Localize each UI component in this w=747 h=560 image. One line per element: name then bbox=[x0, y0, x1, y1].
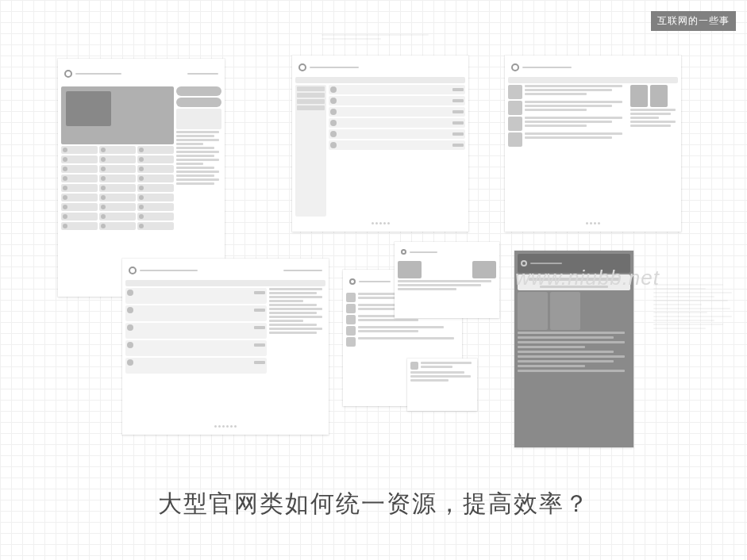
pagination bbox=[508, 218, 678, 228]
rank-row bbox=[176, 135, 214, 137]
nav-links bbox=[187, 73, 218, 75]
brand-label bbox=[310, 67, 359, 68]
list-row bbox=[346, 337, 459, 347]
card-photo bbox=[398, 261, 422, 278]
rank-row bbox=[176, 155, 214, 157]
nav-item bbox=[297, 86, 325, 91]
mock-header bbox=[125, 262, 325, 278]
slide-headline: 大型官网类如何统一资源，提高效率？ bbox=[0, 488, 747, 520]
rank-row bbox=[176, 175, 214, 177]
headline-text: 大型官网类如何统一资源，提高效率？ bbox=[158, 490, 590, 516]
thumb-icon bbox=[508, 101, 522, 115]
app-tile bbox=[137, 222, 174, 230]
side-nav bbox=[295, 85, 326, 217]
mock-header bbox=[398, 245, 496, 259]
nav-item bbox=[297, 105, 325, 110]
faint-background-mock-top bbox=[322, 32, 441, 42]
small-popup-mockup bbox=[407, 359, 477, 411]
logo-icon bbox=[129, 267, 137, 274]
app-tile bbox=[61, 213, 98, 221]
brand-label bbox=[522, 67, 572, 68]
logo-icon bbox=[64, 70, 72, 78]
rank-row bbox=[176, 182, 214, 185]
tab-bar bbox=[125, 280, 325, 286]
app-tile bbox=[61, 146, 98, 154]
rank-row bbox=[176, 143, 203, 145]
app-tile bbox=[99, 175, 136, 182]
nav-links bbox=[283, 270, 322, 271]
logo-icon bbox=[298, 63, 306, 71]
dark-detail-mockup bbox=[514, 251, 633, 447]
thumb-icon bbox=[508, 117, 522, 131]
logo-icon bbox=[511, 63, 519, 71]
faint-background-mock bbox=[653, 282, 741, 332]
brand-label bbox=[359, 281, 391, 282]
app-tile bbox=[137, 184, 174, 192]
product-photo bbox=[518, 292, 548, 330]
app-tile bbox=[99, 155, 136, 163]
rank-row bbox=[176, 163, 203, 165]
thumb-icon bbox=[508, 85, 522, 99]
nav-item bbox=[297, 93, 325, 98]
app-icon-grid bbox=[61, 146, 174, 230]
mini-card-mockup bbox=[395, 242, 499, 318]
app-tile bbox=[99, 203, 136, 211]
list-item bbox=[329, 107, 465, 117]
rank-row bbox=[176, 167, 214, 169]
rank-row bbox=[176, 151, 219, 153]
list-item bbox=[125, 358, 267, 374]
app-tile bbox=[137, 213, 174, 221]
app-tile bbox=[137, 146, 174, 154]
side-promo bbox=[176, 109, 221, 129]
list-item bbox=[125, 305, 267, 321]
hero-banner bbox=[61, 86, 174, 144]
dialog-overlay bbox=[518, 274, 630, 290]
corner-badge: 互联网的一些事 bbox=[651, 11, 736, 31]
list-item bbox=[329, 85, 465, 94]
list-item bbox=[329, 129, 465, 139]
logo-icon bbox=[521, 260, 527, 267]
app-tile bbox=[137, 155, 174, 163]
app-tile bbox=[61, 203, 98, 211]
rank-row bbox=[176, 139, 219, 141]
rank-row bbox=[176, 159, 219, 161]
article-row bbox=[508, 85, 628, 99]
pagination bbox=[295, 218, 465, 228]
list-item bbox=[125, 288, 267, 304]
detail-list-mockup bbox=[122, 259, 329, 435]
nav-item bbox=[297, 99, 325, 104]
app-tile bbox=[137, 203, 174, 211]
card-photo bbox=[472, 261, 496, 278]
mock-header bbox=[518, 254, 630, 273]
cta-pill bbox=[176, 98, 221, 107]
tab-bar bbox=[508, 77, 678, 83]
mock-header bbox=[508, 59, 678, 75]
side-photo bbox=[650, 85, 668, 107]
list-item bbox=[329, 140, 465, 150]
app-tile bbox=[61, 184, 98, 192]
rank-row bbox=[176, 178, 219, 181]
badge-text: 互联网的一些事 bbox=[657, 15, 730, 26]
app-tile bbox=[99, 165, 136, 173]
app-tile bbox=[61, 175, 98, 182]
app-tile bbox=[137, 175, 174, 182]
tab-bar bbox=[295, 77, 465, 83]
side-photo bbox=[630, 85, 648, 107]
app-tile bbox=[137, 194, 174, 201]
pagination bbox=[125, 421, 325, 432]
app-tile bbox=[61, 165, 98, 173]
list-item bbox=[125, 340, 267, 356]
list-item bbox=[329, 96, 465, 105]
app-tile bbox=[61, 155, 98, 163]
mock-header bbox=[295, 59, 465, 75]
thumb-icon bbox=[410, 362, 418, 370]
app-tile bbox=[61, 194, 98, 201]
logo-icon bbox=[401, 249, 406, 255]
cta-pill bbox=[176, 86, 221, 96]
app-tile bbox=[99, 146, 136, 154]
app-tile bbox=[99, 194, 136, 201]
thumb-icon bbox=[508, 132, 522, 147]
article-row bbox=[508, 101, 628, 115]
list-item bbox=[329, 118, 465, 128]
brand-label bbox=[140, 270, 198, 271]
